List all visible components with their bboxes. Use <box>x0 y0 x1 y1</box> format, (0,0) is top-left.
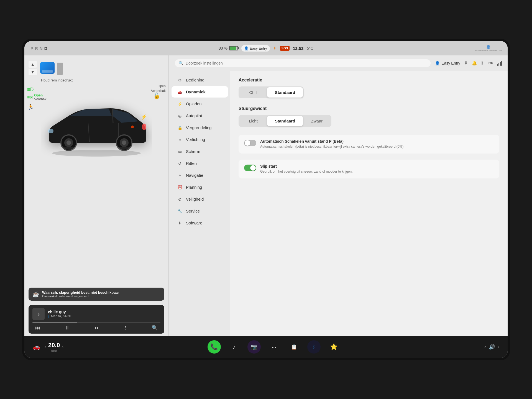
dots-button[interactable]: ··· <box>267 340 281 354</box>
apps-button[interactable]: ⭐ <box>327 340 341 354</box>
nav-autopilot-label: Autopilot <box>186 113 202 118</box>
wiper-icon <box>57 63 63 75</box>
prev-track-button[interactable]: ⏮ <box>35 325 40 331</box>
download-icon: ⬇ <box>273 46 277 50</box>
accel-standaard-button[interactable]: Standaard <box>267 87 303 98</box>
music-top-row: ♪ chille guy ᛒ Mensa, SRNO <box>32 308 160 320</box>
nav-ritten[interactable]: ↺ Ritten <box>172 158 228 169</box>
temperature-display: 5°C <box>307 46 313 50</box>
svg-point-9 <box>122 140 126 145</box>
acceleratie-title: Acceleratie <box>239 78 499 83</box>
navigatie-icon: △ <box>177 173 183 178</box>
nav-autopilot[interactable]: ◎ Autopilot <box>172 110 228 121</box>
music-progress-bar[interactable] <box>32 322 160 323</box>
acceleratie-section: Acceleratie Chill Standaard <box>239 78 499 98</box>
planning-icon: ⏰ <box>177 185 183 190</box>
warning-text: Waarsch. slaperigheid best. niet beschik… <box>42 290 119 298</box>
software-icon: ⬇ <box>177 221 183 225</box>
status-center: 80 % 👤 Easy Entry ⬇ SOS 12:52 5°C <box>219 45 313 52</box>
person-indicator: 🏃 <box>27 104 46 110</box>
search-music-button[interactable]: 🔍 <box>152 325 158 331</box>
stuur-standaard-button[interactable]: Standaard <box>267 116 303 126</box>
nav-vergrendeling[interactable]: 🔒 Vergrendeling <box>172 122 228 133</box>
taskbar-prev-button[interactable]: ‹ <box>484 344 486 350</box>
easy-entry-label: Easy Entry <box>250 46 267 50</box>
search-input[interactable] <box>186 61 427 65</box>
nav-software[interactable]: ⬇ Software <box>172 217 228 229</box>
svg-point-0 <box>52 150 141 157</box>
nav-navigatie-label: Navigatie <box>186 173 203 178</box>
nav-dynamiek[interactable]: 🚗 Dynamiek <box>172 86 228 98</box>
nav-vergrendeling-label: Vergrendeling <box>186 125 212 130</box>
person-icon: 👤 <box>244 46 249 50</box>
music-progress-fill <box>32 322 77 323</box>
contacts-button[interactable]: 📋 <box>287 340 301 354</box>
auto-switch-row: Automatisch Schakelen vanuit stand P (Bè… <box>244 139 494 149</box>
acceleratie-button-group: Chill Standaard <box>239 86 304 98</box>
taskbar-next-button[interactable]: › <box>498 344 499 350</box>
slip-start-row: Slip start Gebruik om het voertuig uit s… <box>244 164 494 174</box>
search-box[interactable]: 🔍 <box>175 59 431 67</box>
stuurgewicht-section: Stuurgewicht Licht Standaard Zwaar <box>239 106 499 127</box>
prnd-d: D <box>44 46 48 51</box>
open-voorbak-indicator: ≡⊡ Open Voorbak <box>27 93 46 101</box>
nav-veiligheid[interactable]: ⊙ Veiligheid <box>172 193 228 205</box>
svg-text:⚡: ⚡ <box>141 114 147 120</box>
nav-veiligheid-label: Veiligheid <box>186 197 204 201</box>
nav-opladen-label: Opladen <box>186 101 202 106</box>
nav-scherm[interactable]: ▭ Scherm <box>172 146 228 157</box>
easy-entry-status-btn[interactable]: 👤 Easy Entry <box>241 45 270 52</box>
nav-navigatie[interactable]: △ Navigatie <box>172 170 228 181</box>
camera-button[interactable]: 📷 <box>247 340 261 354</box>
music-thumbnail: ♪ <box>32 308 45 320</box>
arrow-up[interactable]: ▲ <box>29 61 37 68</box>
download-header-icon: ⬇ <box>464 60 468 66</box>
taskbar-car-icon[interactable]: 🚗 <box>33 343 40 351</box>
svg-line-1 <box>112 109 113 123</box>
svg-point-11 <box>48 129 53 133</box>
phone-button[interactable]: 📞 <box>208 340 221 354</box>
bluetooth-icon: ᛒ <box>48 314 50 318</box>
nav-planning[interactable]: ⏰ Planning <box>172 181 228 193</box>
taskbar-left: 🚗 ‹ 20.0 ⌨⌨ › <box>33 342 63 352</box>
stuur-zwaar-button[interactable]: Zwaar <box>303 116 331 126</box>
person-icon-header: 👤 <box>435 61 440 65</box>
veiligheid-icon: ⊙ <box>177 197 183 201</box>
slip-start-toggle[interactable] <box>244 165 256 171</box>
volume-button[interactable]: 🔊 <box>489 344 495 350</box>
warning-box: ☕ Waarsch. slaperigheid best. niet besch… <box>29 288 164 301</box>
bell-icon[interactable]: 🔔 <box>472 60 477 66</box>
airbag-label: PASSENGER AIRBAG OFF <box>475 49 502 52</box>
arrow-down[interactable]: ▼ <box>29 69 37 75</box>
nav-service[interactable]: 🔧 Service <box>172 205 228 217</box>
temp-decrease-button[interactable]: ‹ <box>45 345 46 349</box>
left-panel: ▲ ▼ Houd rem ingedrukt <box>24 55 168 336</box>
nav-ritten-label: Ritten <box>186 161 197 166</box>
nav-verlichting[interactable]: ☼ Verlichting <box>172 134 228 145</box>
auto-switch-title: Automatisch Schakelen vanuit stand P (Bè… <box>260 139 494 144</box>
auto-switch-toggle[interactable] <box>244 140 256 146</box>
car-icons-row <box>40 62 63 75</box>
prnd-p: P <box>30 46 34 51</box>
sos-badge[interactable]: SOS <box>280 46 290 51</box>
next-track-button[interactable]: ⏭ <box>95 325 100 331</box>
car-status-indicators: ≡D ≡⊡ Open Voorbak 🏃 <box>27 87 46 110</box>
temp-unit: ⌨⌨ <box>48 350 60 352</box>
bluetooth-header-icon[interactable]: ᛒ <box>481 61 484 66</box>
music-controls: ⏮ ⏸ ⏭ ⫶ 🔍 <box>32 325 160 331</box>
time-display: 12:52 <box>293 46 303 51</box>
nav-opladen[interactable]: ⚡ Opladen <box>172 98 228 109</box>
nav-bediening-label: Bediening <box>186 78 204 82</box>
stuur-licht-button[interactable]: Licht <box>239 116 267 126</box>
taskbar-center: 📞 ♪ 📷 ··· 📋 ᛒ ⭐ <box>63 340 484 354</box>
pause-button[interactable]: ⏸ <box>65 325 70 331</box>
lock-icon: 🔓 <box>153 92 160 99</box>
nav-planning-label: Planning <box>186 185 202 190</box>
nav-bediening[interactable]: ⚙ Bediening <box>172 74 228 86</box>
bluetooth-taskbar-button[interactable]: ᛒ <box>307 340 321 354</box>
equalizer-button[interactable]: ⫶ <box>124 325 127 331</box>
accel-chill-button[interactable]: Chill <box>239 87 267 98</box>
screen-bezel: P R N D 80 % 👤 Easy Entry ⬇ SOS 12:52 5°… <box>22 39 510 360</box>
music-taskbar-button[interactable]: ♪ <box>227 340 241 354</box>
car-image: ⚡ <box>41 92 152 159</box>
